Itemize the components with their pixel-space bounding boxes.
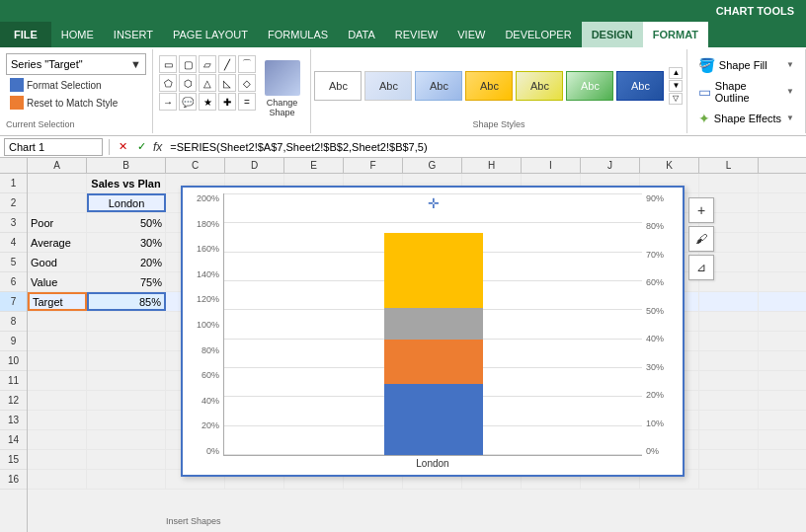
shape-fill-button[interactable]: 🪣 Shape Fill ▼ <box>695 55 797 75</box>
cell-b8[interactable] <box>87 312 166 331</box>
bar-segment-gray[interactable] <box>384 308 483 340</box>
cell-b6[interactable]: 75% <box>87 272 166 291</box>
tab-format[interactable]: FORMAT <box>643 22 708 47</box>
cell-a15[interactable] <box>28 450 87 469</box>
cell-a14[interactable] <box>28 430 87 449</box>
col-header-g[interactable]: G <box>403 158 462 173</box>
cell-a10[interactable] <box>28 351 87 370</box>
row-header-6[interactable]: 6 <box>0 272 27 292</box>
callout-icon[interactable]: 💬 <box>179 93 197 111</box>
line-icon[interactable]: ╱ <box>218 55 236 73</box>
bar-segment-yellow[interactable] <box>384 233 483 309</box>
row-header-11[interactable]: 11 <box>0 371 27 391</box>
col-header-h[interactable]: H <box>462 158 522 173</box>
cell-b4[interactable]: 30% <box>87 233 166 252</box>
cell-b7[interactable]: 85% <box>87 292 166 311</box>
row-header-8[interactable]: 8 <box>0 312 27 332</box>
chart-style-button[interactable]: 🖌 <box>688 226 714 252</box>
cell-b13[interactable] <box>87 411 166 429</box>
chart-move-icon[interactable]: ✛ <box>428 195 440 211</box>
cell-b16[interactable] <box>87 470 166 489</box>
cell-l16[interactable] <box>699 470 759 489</box>
tab-home[interactable]: HOME <box>51 22 104 47</box>
row-header-12[interactable]: 12 <box>0 391 27 411</box>
row-header-13[interactable]: 13 <box>0 411 27 430</box>
cell-a13[interactable] <box>28 411 87 429</box>
col-header-d[interactable]: D <box>225 158 284 173</box>
pentagon-icon[interactable]: ⬠ <box>159 74 177 92</box>
tab-file[interactable]: FILE <box>0 22 51 47</box>
styles-scroll-down[interactable]: ▼ <box>669 80 683 92</box>
arrow-icon[interactable]: → <box>159 93 177 111</box>
col-header-c[interactable]: C <box>166 158 225 173</box>
cell-b2[interactable]: London <box>87 193 166 212</box>
cell-l12[interactable] <box>699 391 759 410</box>
cell-a1[interactable] <box>28 174 87 192</box>
cell-a7[interactable]: Target <box>28 292 87 311</box>
tab-formulas[interactable]: FORMULAS <box>258 22 338 47</box>
cell-b11[interactable] <box>87 371 166 390</box>
shape-style-4[interactable]: Abc <box>465 71 513 101</box>
col-header-j[interactable]: J <box>581 158 640 173</box>
row-header-16[interactable]: 16 <box>0 470 27 490</box>
shape-outline-button[interactable]: ▭ Shape Outline ▼ <box>695 78 797 106</box>
cell-l10[interactable] <box>699 351 759 370</box>
cell-a16[interactable] <box>28 470 87 489</box>
cell-b10[interactable] <box>87 351 166 370</box>
shape-effects-button[interactable]: ✦ Shape Effects ▼ <box>695 109 797 128</box>
cell-l14[interactable] <box>699 430 759 449</box>
cell-a12[interactable] <box>28 391 87 410</box>
right-tri-icon[interactable]: ◺ <box>218 74 236 92</box>
tab-insert[interactable]: INSERT <box>104 22 163 47</box>
chart-filter-button[interactable]: ⊿ <box>688 255 714 280</box>
chart-add-element-button[interactable]: + <box>688 197 714 223</box>
shape-style-1[interactable]: Abc <box>314 71 362 101</box>
col-header-l[interactable]: L <box>699 158 759 173</box>
diamond-icon[interactable]: ◇ <box>238 74 256 92</box>
cell-a3[interactable]: Poor <box>28 213 87 232</box>
name-box[interactable] <box>4 138 103 156</box>
cell-b1[interactable]: Sales vs Plan <box>87 174 166 192</box>
cell-a9[interactable] <box>28 332 87 350</box>
cancel-formula-button[interactable]: ✕ <box>116 140 130 153</box>
col-header-f[interactable]: F <box>344 158 403 173</box>
cross-icon[interactable]: ✚ <box>218 93 236 111</box>
cell-l7[interactable] <box>699 292 759 311</box>
col-header-i[interactable]: I <box>522 158 581 173</box>
star-icon[interactable]: ★ <box>199 93 216 111</box>
cell-a8[interactable] <box>28 312 87 331</box>
cell-a11[interactable] <box>28 371 87 390</box>
format-selection-button[interactable]: Format Selection <box>6 77 146 93</box>
cell-b5[interactable]: 20% <box>87 253 166 271</box>
cell-l9[interactable] <box>699 332 759 350</box>
styles-scroll-up[interactable]: ▲ <box>669 67 683 79</box>
confirm-formula-button[interactable]: ✓ <box>134 140 149 153</box>
cell-l11[interactable] <box>699 371 759 390</box>
cell-l15[interactable] <box>699 450 759 469</box>
cell-b9[interactable] <box>87 332 166 350</box>
rectangle-icon[interactable]: ▭ <box>159 55 177 73</box>
hexagon-icon[interactable]: ⬡ <box>179 74 197 92</box>
col-header-e[interactable]: E <box>284 158 344 173</box>
tab-developer[interactable]: DEVELOPER <box>495 22 581 47</box>
shape-style-6[interactable]: Abc <box>566 71 613 101</box>
cell-a4[interactable]: Average <box>28 233 87 252</box>
row-header-3[interactable]: 3 <box>0 213 27 233</box>
cell-l1[interactable] <box>699 174 759 192</box>
series-dropdown[interactable]: Series "Target" ▼ <box>6 53 146 75</box>
shape-style-2[interactable]: Abc <box>364 71 412 101</box>
shape-style-5[interactable]: Abc <box>516 71 563 101</box>
shape-style-7[interactable]: Abc <box>616 71 664 101</box>
cell-b12[interactable] <box>87 391 166 410</box>
cell-a6[interactable]: Value <box>28 272 87 291</box>
change-shape-button[interactable]: ChangeShape <box>260 57 304 120</box>
parallelogram-icon[interactable]: ▱ <box>199 55 216 73</box>
triangle-icon[interactable]: △ <box>199 74 216 92</box>
row-header-1[interactable]: 1 <box>0 174 27 193</box>
chart-overlay[interactable]: 200% 180% 160% 140% 120% 100% 80% 60% 40… <box>181 186 685 477</box>
row-header-15[interactable]: 15 <box>0 450 27 470</box>
row-header-4[interactable]: 4 <box>0 233 27 253</box>
row-header-14[interactable]: 14 <box>0 430 27 450</box>
rounded-rect-icon[interactable]: ▢ <box>179 55 197 73</box>
cell-b14[interactable] <box>87 430 166 449</box>
